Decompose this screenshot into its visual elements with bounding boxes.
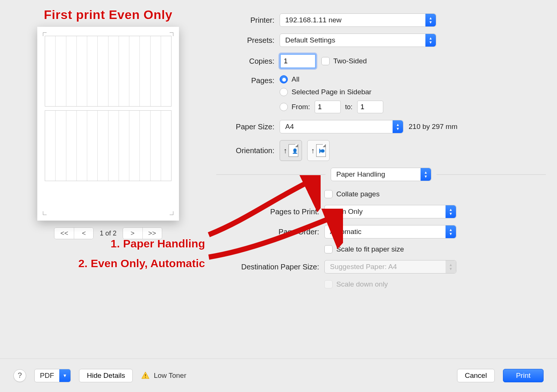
updown-icon: ▲▼ [425, 14, 436, 26]
print-button[interactable]: Print [503, 369, 544, 382]
orientation-portrait-button[interactable]: ↑ 👤 [280, 140, 302, 161]
radio-icon [280, 88, 288, 96]
papersize-label: Paper Size: [216, 123, 280, 131]
presets-label: Presets: [216, 36, 280, 45]
pagestoprint-label: Pages to Print: [216, 208, 324, 216]
collate-checkbox[interactable]: Collate pages [324, 190, 380, 198]
copies-label: Copies: [216, 57, 280, 66]
checkbox-icon [321, 57, 330, 65]
pages-label: Pages: [216, 75, 280, 85]
pages-all-label: All [292, 75, 299, 83]
low-toner-label: Low Toner [154, 372, 186, 380]
updown-icon: ▲▼ [446, 260, 456, 273]
pages-all-radio[interactable]: All [280, 75, 383, 83]
pagestoprint-select[interactable]: Even Only ▲▼ [324, 205, 456, 218]
chevron-down-icon: ▼ [59, 369, 70, 382]
portrait-page-icon: 👤 [289, 144, 298, 157]
section-select-value: Paper Handling [336, 170, 385, 178]
form-column: Printer: 192.168.1.11 new ▲▼ Presets: De… [216, 11, 546, 295]
checkbox-icon [324, 245, 333, 253]
copies-input[interactable] [280, 54, 316, 69]
destpaper-select: Suggested Paper: A4 ▲▼ [324, 260, 456, 274]
pages-from-input[interactable] [315, 101, 341, 113]
pages-to-label: to: [345, 103, 353, 111]
updown-icon: ▲▼ [421, 168, 431, 181]
updown-icon: ▲▼ [393, 120, 403, 133]
svg-rect-1 [145, 377, 146, 378]
pdf-label: PDF [35, 372, 59, 380]
destpaper-label: Destination Paper Size: [216, 263, 324, 271]
pages-from-radio[interactable]: From: [280, 103, 310, 111]
annotation-top: First print Even Only [11, 7, 205, 22]
orientation-landscape-button[interactable]: ↑ 👤 [307, 140, 330, 161]
printer-label: Printer: [216, 16, 280, 25]
bottom-bar: ? PDF ▼ Hide Details Low Toner Cancel Pr… [0, 358, 557, 392]
papersize-select[interactable]: A4 ▲▼ [280, 120, 403, 133]
updown-icon: ▲▼ [446, 225, 456, 238]
low-toner-warning: Low Toner [141, 371, 186, 380]
radio-icon [280, 75, 288, 83]
svg-rect-0 [145, 374, 146, 376]
dialog-content: First print Even Only << < 1 of 2 > > [0, 0, 557, 295]
two-sided-label: Two-Sided [333, 57, 367, 65]
pagestoprint-value: Even Only [330, 208, 363, 216]
cancel-button[interactable]: Cancel [457, 369, 495, 382]
radio-icon [280, 103, 288, 111]
pdf-dropdown-button[interactable]: PDF ▼ [34, 369, 71, 382]
scaledown-checkbox: Scale down only [324, 280, 388, 288]
preview-column: First print Even Only << < 1 of 2 > > [11, 11, 205, 295]
hide-details-button[interactable]: Hide Details [79, 369, 133, 382]
two-sided-checkbox[interactable]: Two-Sided [321, 57, 367, 65]
pages-radio-group: All Selected Page in Sidebar From: [280, 75, 383, 113]
annotation-step1: 1. Paper Handling [11, 234, 205, 254]
help-button[interactable]: ? [13, 369, 26, 382]
updown-icon: ▲▼ [425, 34, 436, 47]
section-select[interactable]: Paper Handling ▲▼ [331, 168, 431, 181]
pages-from-label: From: [292, 103, 310, 111]
annotation-steps: 1. Paper Handling 2. Even Only, Automati… [11, 234, 205, 273]
print-dialog: First print Even Only << < 1 of 2 > > [0, 0, 557, 392]
landscape-page-icon: 👤 [316, 144, 326, 157]
presets-select[interactable]: Default Settings ▲▼ [280, 34, 436, 47]
pages-selected-radio[interactable]: Selected Page in Sidebar [280, 88, 383, 96]
section-divider: Paper Handling ▲▼ [216, 168, 546, 181]
warning-icon [141, 371, 150, 380]
printer-select-value: 192.168.1.11 new [285, 16, 342, 24]
checkbox-icon [324, 280, 333, 288]
papersize-dimensions: 210 by 297 mm [409, 123, 457, 131]
pageorder-label: Page Order: [216, 228, 324, 236]
scalefit-label: Scale to fit paper size [336, 245, 404, 253]
updown-icon: ▲▼ [446, 205, 456, 218]
scalefit-checkbox[interactable]: Scale to fit paper size [324, 245, 404, 253]
annotation-step2: 2. Even Only, Automatic [11, 254, 205, 274]
pages-selected-label: Selected Page in Sidebar [292, 88, 371, 96]
scaledown-label: Scale down only [336, 280, 388, 288]
checkbox-icon [324, 190, 333, 198]
destpaper-value: Suggested Paper: A4 [330, 263, 397, 271]
papersize-select-value: A4 [285, 123, 294, 131]
printer-select[interactable]: 192.168.1.11 new ▲▼ [280, 13, 436, 27]
collate-label: Collate pages [336, 190, 380, 198]
print-preview-page [37, 27, 179, 221]
presets-select-value: Default Settings [285, 36, 335, 44]
pageorder-select[interactable]: Automatic ▲▼ [324, 225, 456, 238]
pages-to-input[interactable] [357, 101, 383, 113]
orientation-label: Orientation: [216, 146, 280, 155]
pageorder-value: Automatic [330, 228, 361, 236]
